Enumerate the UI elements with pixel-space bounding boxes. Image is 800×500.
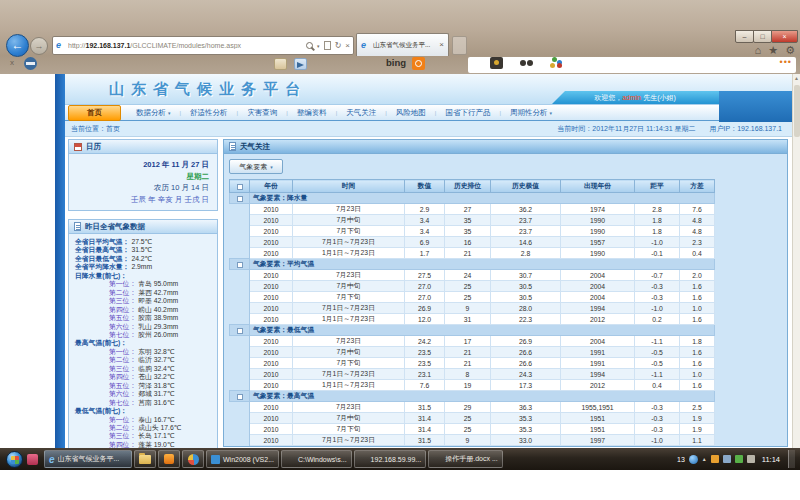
element-filter-button[interactable]: 气象要素 ▾ xyxy=(229,159,283,174)
table-row[interactable]: 20107月中旬31.42535.31951-0.31.9 xyxy=(230,413,715,424)
nav-item-5[interactable]: 天气关注 xyxy=(337,106,385,120)
forward-button[interactable]: → xyxy=(30,37,48,55)
nav-item-6[interactable]: 风险地图 xyxy=(387,106,435,120)
table-row[interactable]: 20101月1日～7月23日12.03122.320120.21.6 xyxy=(230,314,715,325)
toolbar-close-icon[interactable]: x xyxy=(10,58,14,67)
show-desktop-button[interactable] xyxy=(788,450,795,468)
settings-gear-icon[interactable]: ⚙ xyxy=(785,44,795,57)
scrollbar-thumb[interactable] xyxy=(794,85,800,137)
nav-item-label: 首页 xyxy=(87,108,102,118)
table-row[interactable]: 20107月下旬31.42535.31951-0.31.9 xyxy=(230,424,715,435)
checkbox[interactable] xyxy=(237,196,243,202)
table-row[interactable]: 20101月1日～7月23日1.7212.81990-0.10.4 xyxy=(230,248,715,259)
table-row[interactable]: 20101月1日～7月23日7.61917.320120.41.6 xyxy=(230,380,715,391)
table-row[interactable]: 20107月23日31.52936.31955,1951-0.32.5 xyxy=(230,402,715,413)
tray-alert-icon[interactable] xyxy=(711,455,719,463)
table-row[interactable]: 20107月中旬23.52126.61991-0.51.6 xyxy=(230,347,715,358)
blocked-icon[interactable] xyxy=(24,57,37,70)
tray-flag-icon[interactable] xyxy=(723,455,731,463)
pinned-app-icon[interactable] xyxy=(27,454,38,465)
table-row[interactable]: 20107月23日24.21726.92004-1.11.8 xyxy=(230,336,715,347)
table-row[interactable]: 20107月下旬3.43523.719901.84.8 xyxy=(230,226,715,237)
taskbar-ie-button[interactable]: e 山东省气候业务平... xyxy=(44,450,132,468)
browser-tab[interactable]: e 山东省气候业务平... × xyxy=(356,33,449,56)
table-row[interactable]: 20107月下旬27.02530.52004-0.31.6 xyxy=(230,292,715,303)
cell: 1990 xyxy=(561,215,635,226)
table-row[interactable]: 20107月下旬23.52126.61991-0.51.6 xyxy=(230,358,715,369)
stop-icon[interactable]: × xyxy=(345,41,350,50)
table-row[interactable]: 20107月中旬3.43523.719901.84.8 xyxy=(230,215,715,226)
cell: -0.3 xyxy=(635,413,680,424)
glasses-icon[interactable] xyxy=(520,58,533,70)
nav-item-2[interactable]: 舒适性分析 xyxy=(181,106,237,120)
table-row[interactable]: 20107月1日～7月23日31.5933.01997-1.01.1 xyxy=(230,435,715,446)
browser-chrome: – □ × ← → e http://192.168.137.1/GLCCLIM… xyxy=(0,0,800,74)
close-button[interactable]: × xyxy=(771,30,798,43)
taskbar-button-label: Win2008 (VS2... xyxy=(223,456,274,463)
table-row[interactable]: 20101月1日～7月23日17.44528.020120.31.4 xyxy=(230,446,715,448)
taskbar-button-1[interactable]: C:\Windows\s... xyxy=(281,450,352,468)
table-row[interactable]: 20107月23日2.92736.219742.87.6 xyxy=(230,204,715,215)
taskbar-clock[interactable]: 11:14 xyxy=(762,455,780,464)
chevron-down-icon[interactable]: ▾ xyxy=(317,43,320,49)
nav-item-4[interactable]: 整编资料 xyxy=(288,106,336,120)
table-row[interactable]: 20107月1日～7月23日6.91614.61957-1.02.3 xyxy=(230,237,715,248)
table-row[interactable]: 20107月1日～7月23日26.9928.01994-1.01.0 xyxy=(230,303,715,314)
home-icon[interactable]: ⌂ xyxy=(755,44,762,57)
checkbox[interactable] xyxy=(237,394,243,400)
compatibility-icon[interactable] xyxy=(324,41,331,50)
row-spacer xyxy=(230,347,250,358)
new-tab-button[interactable] xyxy=(452,36,467,55)
bing-logo[interactable]: bing xyxy=(386,57,406,68)
cell: 31.5 xyxy=(405,402,445,413)
favorites-star-icon[interactable]: ★ xyxy=(768,44,778,57)
url-text[interactable]: http://192.168.137.1/GLCCLIMATE/modules/… xyxy=(68,42,303,49)
search-icon[interactable] xyxy=(306,42,313,49)
apps-icon[interactable] xyxy=(550,57,563,69)
mail-icon[interactable] xyxy=(274,58,287,70)
start-button[interactable] xyxy=(6,451,23,468)
table-row[interactable]: 20107月23日27.52430.72004-0.72.0 xyxy=(230,270,715,281)
cell: 1.6 xyxy=(680,380,715,391)
taskbar-button-0[interactable]: Win2008 (VS2... xyxy=(206,450,279,468)
taskbar-app-button[interactable] xyxy=(158,450,180,468)
taskbar-button-2[interactable]: 192.168.59.99... xyxy=(354,450,427,468)
camera-icon[interactable] xyxy=(490,57,503,69)
taskbar-folder-button[interactable] xyxy=(134,450,156,468)
checkbox[interactable] xyxy=(237,184,243,190)
nav-item-label: 舒适性分析 xyxy=(190,108,228,118)
rank-line: 第六位：郯城 31.7℃ xyxy=(75,390,215,398)
ime-icon[interactable] xyxy=(689,455,698,464)
web-page: 山东省气候业务平台 欢迎您，admin 先生(小姐) 首页数据分析▾|舒适性分析… xyxy=(0,74,800,448)
bing-search-icon[interactable] xyxy=(412,57,425,70)
site-banner: 山东省气候业务平台 欢迎您，admin 先生(小姐) xyxy=(65,74,792,104)
table-header-row: 年份 时间 数值 历史排位 历史极值 出现年份 距平 方差 xyxy=(230,180,715,193)
nav-item-3[interactable]: 灾害查询 xyxy=(238,106,286,120)
back-button[interactable]: ← xyxy=(6,34,29,57)
more-options-icon[interactable]: ••• xyxy=(780,57,792,67)
tray-volume-icon[interactable] xyxy=(747,455,755,463)
nav-item-7[interactable]: 国省下行产品 xyxy=(436,106,499,120)
send-icon[interactable] xyxy=(294,58,307,70)
table-row[interactable]: 20107月1日～7月23日23.1824.31994-1.11.0 xyxy=(230,369,715,380)
table-row[interactable]: 20107月中旬27.02530.52004-0.31.6 xyxy=(230,281,715,292)
page-scrollbar[interactable]: ▲ xyxy=(792,74,800,448)
row-spacer xyxy=(230,435,250,446)
refresh-icon[interactable]: ↻ xyxy=(335,41,342,50)
maximize-button[interactable]: □ xyxy=(753,30,772,43)
scroll-up-icon[interactable]: ▲ xyxy=(793,74,800,83)
address-bar[interactable]: e http://192.168.137.1/GLCCLIMATE/module… xyxy=(52,36,354,55)
row-spacer xyxy=(230,237,250,248)
tray-expand-icon[interactable]: ▲ xyxy=(702,456,707,462)
tab-close-icon[interactable]: × xyxy=(439,41,444,49)
nav-item-1[interactable]: 数据分析▾ xyxy=(127,106,180,120)
minimize-button[interactable]: – xyxy=(735,30,754,43)
nav-item-8[interactable]: 周期性分析▾ xyxy=(501,106,561,120)
cell: 7月1日～7月23日 xyxy=(293,369,405,380)
taskbar-media-button[interactable] xyxy=(182,450,204,468)
checkbox[interactable] xyxy=(237,262,243,268)
tray-network-icon[interactable] xyxy=(735,455,743,463)
checkbox[interactable] xyxy=(237,328,243,334)
nav-item-0[interactable]: 首页 xyxy=(68,105,121,121)
taskbar-button-3[interactable]: 操作手册.docx ... xyxy=(428,450,503,468)
